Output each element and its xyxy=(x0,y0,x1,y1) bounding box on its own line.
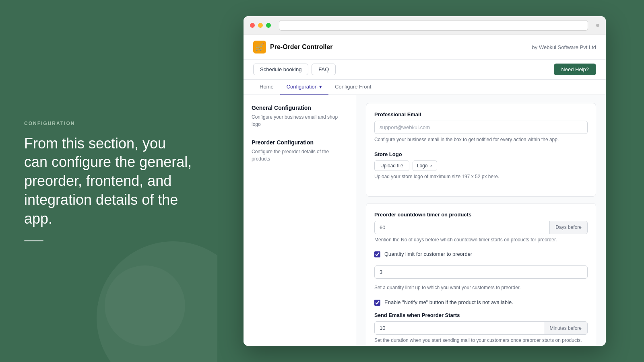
send-emails-suffix: Minutes before xyxy=(544,322,587,334)
sidebar-general-section: General Configuration Configure your bus… xyxy=(252,105,348,128)
countdown-hint: Mention the No of days before which coun… xyxy=(374,237,588,243)
notify-me-label: Enable "Notify me" button if the product… xyxy=(384,299,513,305)
countdown-suffix: Days before xyxy=(549,221,587,234)
logo-remove-icon[interactable]: × xyxy=(430,163,432,168)
professional-email-group: Professional Email Configure your busine… xyxy=(374,111,588,143)
faq-button[interactable]: FAQ xyxy=(312,64,336,75)
app-header: 🛒 Pre-Order Controller by Webkul Softwar… xyxy=(244,35,606,60)
nav-main-body: General Configuration Configure your bus… xyxy=(244,95,606,346)
countdown-input-wrapper: Days before xyxy=(374,221,588,234)
sidebar: General Configuration Configure your bus… xyxy=(244,95,356,346)
browser-window: 🛒 Pre-Order Controller by Webkul Softwar… xyxy=(244,16,606,346)
professional-email-hint: Configure your business email in the box… xyxy=(374,136,588,143)
section-label: CONFIGURATION xyxy=(24,121,193,126)
store-logo-label: Store Logo xyxy=(374,151,588,157)
app-byline: by Webkul Software Pvt Ltd xyxy=(532,44,596,50)
toolbar-left: Schedule booking FAQ xyxy=(253,64,336,75)
quantity-limit-checkbox[interactable] xyxy=(374,251,380,257)
sidebar-preorder-desc: Configure the preorder details of the pr… xyxy=(252,148,348,162)
general-config-card: Professional Email Configure your busine… xyxy=(366,103,596,197)
app-logo: 🛒 Pre-Order Controller xyxy=(253,41,333,53)
sidebar-general-desc: Configure your business email and shop l… xyxy=(252,113,348,128)
send-emails-label: Send Emails when Preorder Starts xyxy=(374,312,588,318)
app-toolbar: Schedule booking FAQ Need Help? xyxy=(244,60,606,80)
logo-label: Logo xyxy=(417,163,428,169)
tab-configure-front[interactable]: Configure Front xyxy=(328,80,378,95)
nav-and-content: Home Configuration ▾ Configure Front Gen… xyxy=(244,80,606,346)
browser-url-bar xyxy=(279,20,588,31)
professional-email-input[interactable] xyxy=(374,121,588,134)
schedule-booking-button[interactable]: Schedule booking xyxy=(253,64,308,75)
browser-dot-close[interactable] xyxy=(250,23,255,28)
app-content: 🛒 Pre-Order Controller by Webkul Softwar… xyxy=(244,35,606,346)
tab-home[interactable]: Home xyxy=(253,80,280,95)
countdown-label: Preorder countdown timer on products xyxy=(374,212,588,218)
quantity-limit-group: Quantity limit for customer to preorder … xyxy=(374,251,588,291)
browser-bar xyxy=(244,16,606,35)
left-divider xyxy=(24,240,43,241)
app-nav: Home Configuration ▾ Configure Front xyxy=(244,80,606,95)
countdown-group: Preorder countdown timer on products Day… xyxy=(374,212,588,243)
send-emails-input[interactable] xyxy=(375,322,544,334)
store-logo-hint: Upload your store logo of maximum size 1… xyxy=(374,173,588,180)
logo-tag-button[interactable]: Logo × xyxy=(413,160,437,171)
send-emails-group: Send Emails when Preorder Starts Minutes… xyxy=(374,312,588,344)
quantity-input[interactable] xyxy=(374,265,588,279)
left-panel: CONFIGURATION From this section, you can… xyxy=(0,0,217,362)
store-logo-group: Store Logo Upload file Logo × Upload you… xyxy=(374,151,588,180)
browser-dot-maximize[interactable] xyxy=(266,23,271,28)
config-area: Professional Email Configure your busine… xyxy=(356,95,606,346)
quantity-hint: Set a quantity limit up to which you wan… xyxy=(374,284,588,291)
upload-file-button[interactable]: Upload file xyxy=(374,160,409,171)
countdown-input[interactable] xyxy=(375,221,549,234)
chevron-down-icon: ▾ xyxy=(319,84,322,90)
preorder-config-card: Preorder countdown timer on products Day… xyxy=(366,203,596,346)
right-panel: 🛒 Pre-Order Controller by Webkul Softwar… xyxy=(217,0,644,362)
quantity-limit-checkbox-row: Quantity limit for customer to preorder xyxy=(374,251,588,257)
browser-nav-indicator xyxy=(596,24,599,27)
send-emails-input-wrapper: Minutes before xyxy=(374,321,588,335)
sidebar-general-title: General Configuration xyxy=(252,105,348,111)
professional-email-label: Professional Email xyxy=(374,111,588,117)
deco-circle xyxy=(97,241,217,362)
quantity-limit-label: Quantity limit for customer to preorder xyxy=(384,251,472,257)
send-emails-hint: Set the duration when you start sending … xyxy=(374,337,588,344)
need-help-button[interactable]: Need Help? xyxy=(554,64,596,75)
browser-dot-minimize[interactable] xyxy=(258,23,263,28)
deco-circle2 xyxy=(105,265,185,346)
notify-me-checkbox[interactable] xyxy=(374,300,380,306)
tab-configuration[interactable]: Configuration ▾ xyxy=(280,80,328,95)
sidebar-preorder-title: Preorder Configuration xyxy=(252,139,348,146)
app-logo-icon: 🛒 xyxy=(253,41,266,53)
logo-buttons: Upload file Logo × xyxy=(374,160,588,171)
left-heading: From this section, you can configure the… xyxy=(24,134,193,228)
app-name: Pre-Order Controller xyxy=(270,43,333,51)
notify-me-checkbox-row: Enable "Notify me" button if the product… xyxy=(374,299,588,306)
sidebar-preorder-section: Preorder Configuration Configure the pre… xyxy=(252,139,348,162)
